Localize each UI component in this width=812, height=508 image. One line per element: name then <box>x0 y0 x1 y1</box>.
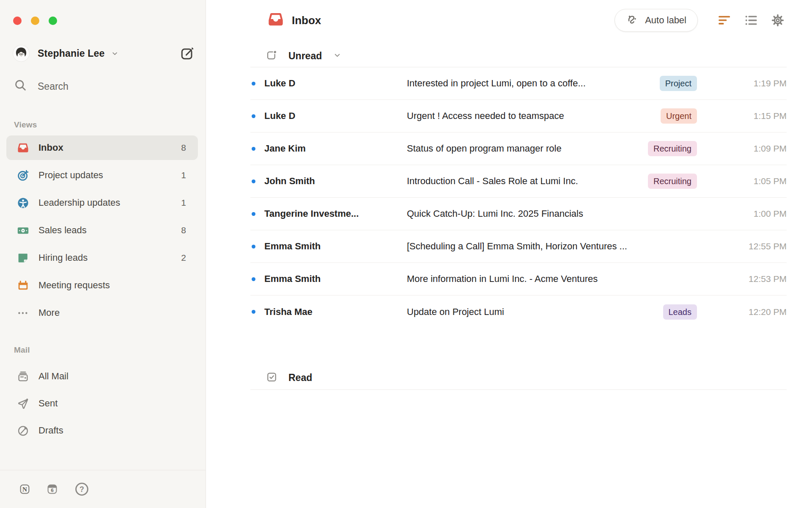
sidebar-item-sales-leads[interactable]: Sales leads 8 <box>6 218 198 243</box>
window-controls <box>13 17 57 25</box>
email-row[interactable]: Emma Smith More information in Lumi Inc.… <box>250 263 787 295</box>
label-badge[interactable]: Project <box>660 76 697 91</box>
unread-dot-icon <box>252 277 255 281</box>
email-subject: Introduction Call - Sales Role at Lumi I… <box>407 176 648 187</box>
close-button[interactable] <box>13 17 22 25</box>
target-icon <box>16 169 29 182</box>
sidebar-item-leadership-updates[interactable]: Leadership updates 1 <box>6 190 198 215</box>
email-subject: Update on Project Lumi <box>407 306 663 318</box>
email-row[interactable]: John Smith Introduction Call - Sales Rol… <box>250 165 787 198</box>
email-subject: Interested in project Lumi, open to a co… <box>407 78 660 89</box>
settings-gear-icon[interactable] <box>771 13 785 28</box>
email-sender: Luke D <box>264 78 407 89</box>
label-badge[interactable]: Recruiting <box>648 141 697 156</box>
banknote-icon <box>16 224 29 237</box>
email-time: 1:19 PM <box>739 78 787 88</box>
zoom-button[interactable] <box>49 17 57 25</box>
email-subject: Status of open program manager role <box>407 143 648 154</box>
email-row[interactable]: Luke D Interested in project Lumi, open … <box>250 67 787 100</box>
person-icon <box>16 197 29 209</box>
inbox-icon <box>267 11 284 30</box>
email-time: 1:05 PM <box>739 176 787 186</box>
sidebar-item-label: Hiring leads <box>38 252 88 263</box>
email-subject: Quick Catch-Up: Lumi Inc. 2025 Financial… <box>407 208 739 219</box>
unread-dot-icon <box>252 82 255 86</box>
sidebar: Stephanie Lee Search Views <box>0 0 206 508</box>
sidebar-item-all-mail[interactable]: All Mail <box>6 364 198 389</box>
views-nav: Inbox 8 Project updates 1 <box>6 135 198 328</box>
auto-label-button[interactable]: Auto label <box>614 9 698 32</box>
sidebar-item-sent[interactable]: Sent <box>6 391 198 416</box>
sidebar-item-more[interactable]: More <box>6 301 198 325</box>
search-label: Search <box>38 81 69 92</box>
sidebar-item-label: Meeting requests <box>38 280 110 291</box>
email-time: 12:53 PM <box>739 274 787 284</box>
email-row[interactable]: Jane Kim Status of open program manager … <box>250 133 787 165</box>
send-icon <box>16 398 29 410</box>
sidebar-item-hiring-leads[interactable]: Hiring leads 2 <box>6 246 198 270</box>
unread-dot-icon <box>252 245 255 248</box>
email-row[interactable]: Emma Smith [Scheduling a Call] Emma Smit… <box>250 230 787 263</box>
email-sender: Trisha Mae <box>264 306 407 318</box>
label-badge[interactable]: Recruiting <box>648 174 697 189</box>
header-toolbar <box>717 13 785 28</box>
email-row[interactable]: Trisha Mae Update on Project Lumi Leads … <box>250 295 787 328</box>
note-icon <box>16 252 29 264</box>
sidebar-item-meeting-requests[interactable]: Meeting requests <box>6 273 198 298</box>
email-sender: John Smith <box>264 176 407 187</box>
account-name[interactable]: Stephanie Lee <box>38 48 105 59</box>
sidebar-item-label: Leadership updates <box>38 197 120 208</box>
mail-nav: All Mail Sent <box>6 364 198 445</box>
sidebar-item-label: Project updates <box>38 170 103 181</box>
unread-section-title: Unread <box>288 50 322 62</box>
email-time: 12:55 PM <box>739 241 787 251</box>
email-sender: Emma Smith <box>264 273 407 284</box>
inbox-icon <box>16 142 29 154</box>
sidebar-item-label: More <box>38 307 60 318</box>
list-view-icon[interactable] <box>744 13 758 28</box>
label-badge[interactable]: Urgent <box>661 108 697 124</box>
minimize-button[interactable] <box>31 17 39 25</box>
email-subject: More information in Lumi Inc. - Acme Ven… <box>407 273 739 284</box>
sidebar-item-project-updates[interactable]: Project updates 1 <box>6 163 198 188</box>
main-content: Inbox Auto label <box>206 0 812 508</box>
auto-label-icon <box>626 13 639 28</box>
sidebar-footer: N 6 ? <box>0 470 206 508</box>
avatar[interactable] <box>13 45 29 61</box>
drafts-icon <box>16 425 29 437</box>
unread-dot-icon <box>252 114 255 118</box>
compose-icon[interactable] <box>180 46 195 61</box>
unread-count: 8 <box>181 225 186 235</box>
notion-logo-icon[interactable]: N <box>19 483 30 495</box>
calendar-icon <box>16 279 29 292</box>
sidebar-item-drafts[interactable]: Drafts <box>6 418 198 443</box>
views-section-label: Views <box>14 120 37 130</box>
app-window: Stephanie Lee Search Views <box>0 0 812 508</box>
svg-text:?: ? <box>80 485 84 494</box>
unread-section-header[interactable]: Unread <box>266 45 785 67</box>
chevron-down-icon[interactable] <box>111 50 119 58</box>
email-row[interactable]: Luke D Urgent ! Access needed to teamspa… <box>250 100 787 133</box>
sidebar-item-label: Inbox <box>38 142 63 153</box>
all-mail-icon <box>16 370 29 383</box>
sidebar-item-inbox[interactable]: Inbox 8 <box>6 135 198 160</box>
search-icon <box>14 79 27 94</box>
read-section-header[interactable]: Read <box>250 366 787 390</box>
unread-dot-icon <box>252 310 255 314</box>
unread-count: 8 <box>181 143 186 153</box>
sidebar-item-label: Sent <box>38 398 58 409</box>
filter-icon[interactable] <box>717 13 732 28</box>
email-time: 1:15 PM <box>739 111 787 121</box>
help-icon[interactable]: ? <box>74 481 90 497</box>
calendar-app-icon[interactable]: 6 <box>47 483 58 495</box>
email-row[interactable]: Tangerine Investme... Quick Catch-Up: Lu… <box>250 198 787 230</box>
email-sender: Luke D <box>264 110 407 121</box>
chevron-down-icon[interactable] <box>333 51 342 61</box>
sidebar-item-label: All Mail <box>38 371 69 382</box>
auto-label-text: Auto label <box>645 15 686 26</box>
email-time: 1:00 PM <box>739 209 787 219</box>
label-badge[interactable]: Leads <box>663 304 697 320</box>
search-button[interactable]: Search <box>14 79 69 94</box>
page-title: Inbox <box>292 14 321 27</box>
email-sender: Jane Kim <box>264 143 407 154</box>
